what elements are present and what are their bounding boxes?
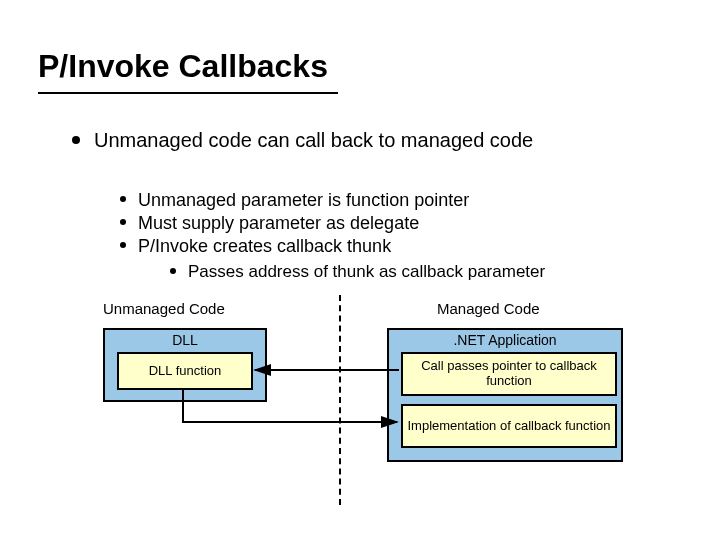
divider-dashed [339,295,341,505]
sub-bullet-1: Unmanaged parameter is function pointer [120,190,469,211]
bullet-icon [72,136,80,144]
unmanaged-code-label: Unmanaged Code [103,300,225,317]
sub-bullet-1-text: Unmanaged parameter is function pointer [138,190,469,210]
managed-code-label: Managed Code [437,300,540,317]
bullet-icon [120,219,126,225]
diagram: Unmanaged Code Managed Code DLL DLL func… [75,300,645,510]
callback-impl-box: Implementation of callback function [401,404,617,448]
slide-title: P/Invoke Callbacks [38,48,328,85]
bullet-icon [170,268,176,274]
dll-box: DLL DLL function [103,328,267,402]
sub-bullet-2: Must supply parameter as delegate [120,213,419,234]
slide: P/Invoke Callbacks Unmanaged code can ca… [0,0,720,540]
net-box-title: .NET Application [389,330,621,348]
sub-bullet-2-text: Must supply parameter as delegate [138,213,419,233]
bullet-main-text: Unmanaged code can call back to managed … [94,128,614,153]
sub-bullet-3: P/Invoke creates callback thunk [120,236,391,257]
bullet-icon [120,196,126,202]
dll-function-box: DLL function [117,352,253,390]
sub-bullet-3-text: P/Invoke creates callback thunk [138,236,391,256]
title-underline [38,92,338,94]
sub-sub-bullet-text: Passes address of thunk as callback para… [188,262,545,281]
bullet-icon [120,242,126,248]
call-pointer-box: Call passes pointer to callback function [401,352,617,396]
sub-sub-bullet: Passes address of thunk as callback para… [170,262,545,282]
net-application-box: .NET Application Call passes pointer to … [387,328,623,462]
dll-box-title: DLL [105,330,265,348]
bullet-main: Unmanaged code can call back to managed … [72,128,632,153]
